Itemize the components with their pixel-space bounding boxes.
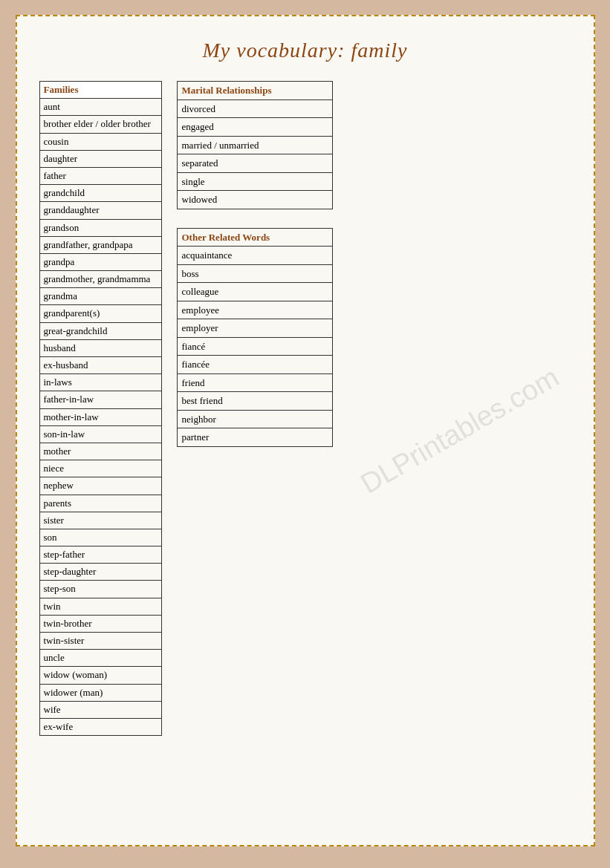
families-item: nephew bbox=[39, 477, 161, 495]
families-item: father bbox=[39, 167, 161, 184]
families-item: grandchild bbox=[39, 185, 161, 202]
families-item: step-daughter bbox=[39, 564, 161, 581]
families-item: grandma bbox=[39, 288, 161, 305]
other-item: boss bbox=[177, 264, 332, 283]
families-item: grandpa bbox=[39, 253, 161, 270]
other-header: Other Related Words bbox=[177, 228, 332, 247]
families-item: niece bbox=[39, 460, 161, 477]
families-item: great-grandchild bbox=[39, 322, 161, 339]
other-item: fiancé bbox=[177, 337, 332, 356]
other-section: Other Related Words acquaintancebosscoll… bbox=[177, 228, 333, 447]
families-item: mother bbox=[39, 443, 161, 460]
content-area: Families auntbrother elder / older broth… bbox=[39, 81, 571, 736]
marital-item: single bbox=[177, 172, 332, 191]
families-item: mother-in-law bbox=[39, 408, 161, 425]
families-item: granddaughter bbox=[39, 202, 161, 219]
marital-item: widowed bbox=[177, 191, 332, 209]
marital-item: divorced bbox=[177, 99, 332, 118]
marital-header: Marital Relationships bbox=[177, 82, 332, 100]
page-title: My vocabulary: family bbox=[39, 39, 571, 62]
families-item: ex-wife bbox=[39, 718, 161, 735]
marital-item: married / unmarried bbox=[177, 136, 332, 154]
families-item: grandson bbox=[39, 219, 161, 236]
families-item: parents bbox=[39, 495, 161, 512]
other-table: Other Related Words acquaintancebosscoll… bbox=[177, 228, 333, 447]
families-item: brother elder / older brother bbox=[39, 116, 161, 133]
marital-item: engaged bbox=[177, 118, 332, 137]
other-item: acquaintance bbox=[177, 247, 332, 265]
page: My vocabulary: family Families auntbroth… bbox=[16, 15, 595, 846]
families-item: uncle bbox=[39, 650, 161, 667]
right-column: Marital Relationships divorcedengagedmar… bbox=[177, 81, 571, 447]
families-item: twin-brother bbox=[39, 615, 161, 632]
families-item: son-in-law bbox=[39, 425, 161, 443]
marital-item: separated bbox=[177, 154, 332, 173]
families-item: step-father bbox=[39, 546, 161, 564]
families-item: wife bbox=[39, 701, 161, 718]
families-item: grandmother, grandmamma bbox=[39, 271, 161, 288]
other-item: partner bbox=[177, 428, 332, 447]
families-item: ex-husband bbox=[39, 357, 161, 374]
families-item: son bbox=[39, 529, 161, 546]
families-item: grandfather, grandpapa bbox=[39, 236, 161, 253]
families-item: step-son bbox=[39, 581, 161, 598]
marital-table: Marital Relationships divorcedengagedmar… bbox=[177, 81, 333, 209]
families-item: widower (man) bbox=[39, 684, 161, 701]
families-item: twin-sister bbox=[39, 633, 161, 650]
families-item: sister bbox=[39, 512, 161, 529]
other-item: fiancée bbox=[177, 356, 332, 374]
other-item: friend bbox=[177, 373, 332, 392]
marital-section: Marital Relationships divorcedengagedmar… bbox=[177, 81, 333, 209]
families-table: Families auntbrother elder / older broth… bbox=[39, 81, 162, 736]
families-header: Families bbox=[39, 82, 161, 99]
families-section: Families auntbrother elder / older broth… bbox=[39, 81, 162, 736]
other-item: employer bbox=[177, 319, 332, 338]
other-item: colleague bbox=[177, 283, 332, 301]
other-item: best friend bbox=[177, 392, 332, 411]
families-item: daughter bbox=[39, 150, 161, 167]
families-item: cousin bbox=[39, 133, 161, 150]
other-item: employee bbox=[177, 301, 332, 319]
families-item: in-laws bbox=[39, 374, 161, 391]
other-item: neighbor bbox=[177, 410, 332, 428]
families-item: widow (woman) bbox=[39, 667, 161, 684]
families-item: aunt bbox=[39, 99, 161, 116]
families-item: father-in-law bbox=[39, 391, 161, 408]
families-item: twin bbox=[39, 598, 161, 615]
families-item: husband bbox=[39, 339, 161, 356]
families-item: grandparent(s) bbox=[39, 305, 161, 322]
